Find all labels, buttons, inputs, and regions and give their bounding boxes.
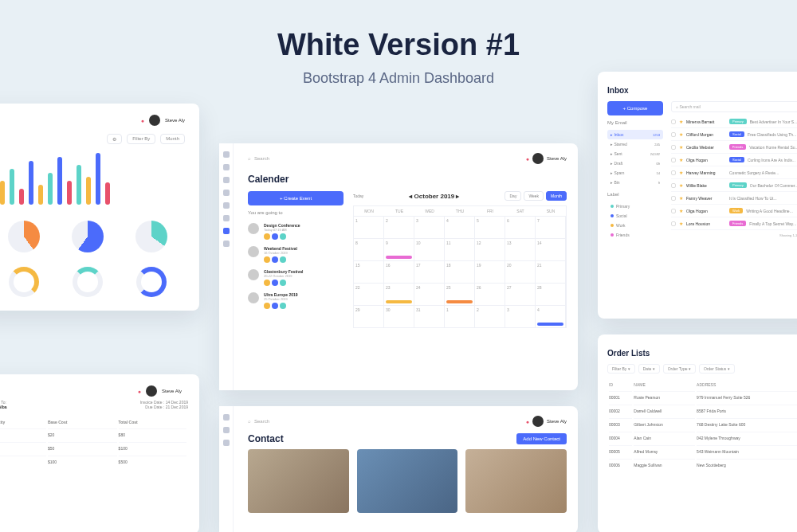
bell-icon[interactable]: ● — [141, 118, 144, 123]
filter-month-button[interactable]: Month — [160, 134, 185, 144]
mail-row[interactable]: ★ Cecilia Webster Friends Vacation Home … — [671, 141, 797, 154]
calendar-cell[interactable]: 2 — [475, 305, 505, 327]
calendar-cell[interactable]: 23 — [384, 283, 414, 305]
mail-row[interactable]: ★ Lora Houston Friends Finally A Top Sec… — [671, 217, 797, 230]
calendar-cell[interactable]: 1 — [445, 305, 475, 327]
mail-checkbox[interactable] — [671, 119, 676, 124]
rail-icon[interactable] — [223, 190, 230, 196]
avatar[interactable] — [532, 416, 544, 427]
order-filter[interactable]: Order Status ▾ — [699, 364, 735, 374]
mail-row[interactable]: ★ Minerva Barnett Primary Best Advertise… — [671, 115, 797, 128]
calendar-cell[interactable]: 4 — [445, 216, 475, 238]
mail-checkbox[interactable] — [671, 170, 676, 175]
table-row[interactable]: 00005Alfred Murray543 Weimann Mountain — [609, 445, 797, 457]
bell-icon[interactable]: ● — [526, 419, 529, 424]
mail-row[interactable]: ★ Harvey Manning Cosmetic Surgery A Revi… — [671, 166, 797, 179]
table-row[interactable]: 00004Alan Cain042 Mylene Throughway — [609, 432, 797, 444]
calendar-cell[interactable]: 29 — [354, 305, 384, 327]
table-row[interactable]: 00006Maggie SullivanNew Scottieberg — [609, 459, 797, 471]
calendar-cell[interactable]: 28 — [536, 283, 566, 305]
create-event-button[interactable]: + Create Event — [248, 191, 344, 205]
order-filter[interactable]: Order Type ▾ — [663, 364, 696, 374]
calendar-cell[interactable]: 20 — [505, 260, 536, 283]
bell-icon[interactable]: ● — [526, 156, 529, 162]
filter-by-button[interactable]: Filter By — [127, 134, 155, 144]
calendar-cell[interactable]: 12 — [475, 238, 505, 260]
search-input[interactable]: ⌕ Search — [248, 419, 269, 424]
rail-icon[interactable] — [223, 151, 230, 158]
avatar[interactable] — [146, 385, 157, 397]
calendar-cell[interactable]: 3 — [505, 305, 536, 327]
mail-checkbox[interactable] — [671, 145, 676, 150]
calendar-cell[interactable]: 17 — [414, 260, 445, 283]
rail-icon[interactable] — [223, 241, 230, 247]
avatar[interactable] — [532, 153, 544, 164]
mail-row[interactable]: ★ Clifford Morgan Social Free Classified… — [671, 128, 797, 141]
calendar-cell[interactable]: 30 — [384, 305, 414, 327]
today-button[interactable]: Today — [353, 194, 363, 198]
search-input[interactable]: ⌕ Search — [248, 156, 269, 161]
calendar-cell[interactable]: 13 — [505, 238, 536, 260]
order-filter[interactable]: Filter By ▾ — [607, 364, 635, 374]
rail-icon[interactable] — [223, 164, 230, 170]
event-item[interactable]: Glastonbury Festival 20-22 October 2019 — [248, 266, 344, 289]
calendar-cell[interactable]: 5 — [475, 216, 505, 238]
bell-icon[interactable]: ● — [138, 389, 141, 394]
calendar-cell[interactable]: 1 — [354, 216, 384, 238]
order-filter[interactable]: Date ▾ — [638, 364, 660, 374]
calendar-cell[interactable]: 11 — [445, 238, 475, 260]
mail-row[interactable]: ★ Fanny Weaver It Is Classified How To U… — [671, 192, 797, 205]
calendar-cell[interactable]: 15 — [354, 260, 384, 283]
calendar-view-week[interactable]: Week — [524, 191, 544, 201]
calendar-cell[interactable]: 9 — [384, 238, 414, 260]
mail-checkbox[interactable] — [671, 183, 676, 188]
mail-checkbox[interactable] — [671, 209, 676, 213]
label-work[interactable]: Work — [607, 221, 663, 230]
calendar-cell[interactable]: 22 — [354, 283, 384, 305]
compose-button[interactable]: + Compose — [607, 101, 663, 115]
calendar-cell[interactable]: 10 — [414, 238, 445, 260]
table-row[interactable]: 00001Rosie Pearson979 Immanuel Ferry Sui… — [609, 391, 797, 403]
mail-checkbox[interactable] — [671, 158, 676, 162]
avatar[interactable] — [149, 115, 160, 126]
calendar-cell[interactable]: 26 — [475, 283, 505, 305]
calendar-cell[interactable]: 25 — [445, 283, 475, 305]
calendar-cell[interactable]: 4 — [536, 305, 566, 327]
star-icon[interactable]: ★ — [679, 195, 683, 201]
mail-checkbox[interactable] — [671, 196, 676, 201]
rail-icon[interactable] — [223, 228, 230, 234]
calendar-cell[interactable]: 27 — [505, 283, 536, 305]
rail-icon[interactable] — [223, 440, 230, 446]
calendar-cell[interactable]: 24 — [414, 283, 445, 305]
rail-icon[interactable] — [223, 414, 230, 421]
calendar-cell[interactable]: 31 — [414, 305, 445, 327]
mail-search-input[interactable]: ⌕ Search mail — [671, 101, 797, 112]
folder-bin[interactable]: ▸ Bin9 — [607, 178, 663, 187]
star-icon[interactable]: ★ — [679, 157, 683, 162]
star-icon[interactable]: ★ — [679, 170, 683, 175]
contact-photo[interactable] — [248, 449, 349, 513]
star-icon[interactable]: ★ — [679, 131, 683, 137]
star-icon[interactable]: ★ — [679, 119, 683, 124]
mail-row[interactable]: ★ Olga Hogan Work Writing A Good Headlin… — [671, 205, 797, 217]
event-item[interactable]: Design Conference Today 07:19 AM — [248, 220, 344, 243]
event-item[interactable]: Ultra Europe 2019 25 October 2019 — [248, 289, 344, 312]
folder-starred[interactable]: ▸ Starred245 — [607, 139, 663, 149]
calendar-cell[interactable]: 7 — [536, 216, 566, 238]
calendar-cell[interactable]: 18 — [445, 260, 475, 283]
folder-spam[interactable]: ▸ Spam14 — [607, 168, 663, 178]
calendar-cell[interactable]: 2 — [384, 216, 414, 238]
contact-photo[interactable] — [465, 449, 567, 513]
calendar-view-month[interactable]: Month — [546, 191, 567, 201]
folder-draft[interactable]: ▸ Draft09 — [607, 158, 663, 168]
star-icon[interactable]: ★ — [679, 144, 683, 150]
calendar-view-day[interactable]: Day — [505, 191, 521, 201]
event-item[interactable]: Weekend Festival 16 October 2019 — [248, 243, 344, 266]
label-friends[interactable]: Friends — [607, 230, 663, 240]
calendar-cell[interactable]: 14 — [536, 238, 566, 260]
filter-icon-button[interactable]: ⚙ — [107, 134, 122, 144]
table-row[interactable]: 00002Darrell Caldwell8587 Frida Ports — [609, 405, 797, 417]
calendar-cell[interactable]: 3 — [414, 216, 445, 238]
add-contact-button[interactable]: Add New Contact — [516, 433, 567, 444]
rail-icon[interactable] — [223, 202, 230, 209]
